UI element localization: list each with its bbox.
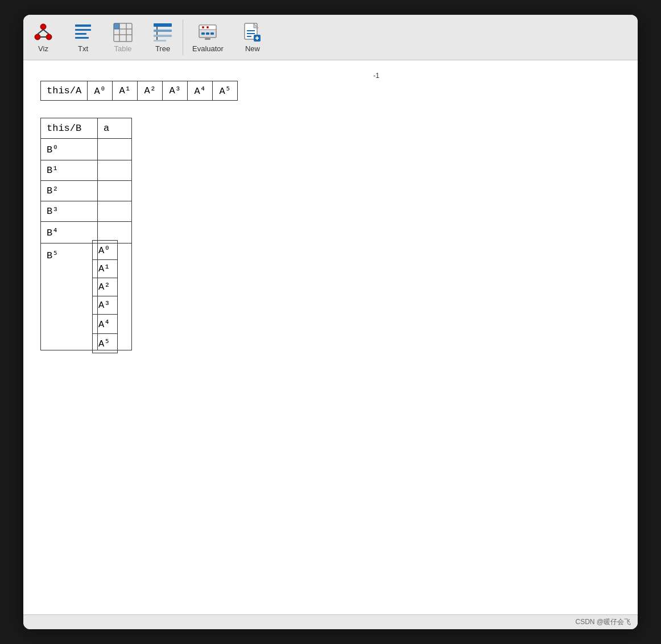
table-b-cell-b0-val: [98, 139, 132, 160]
svg-rect-7: [75, 29, 91, 31]
evaluator-button[interactable]: Evaluator: [183, 15, 233, 60]
svg-point-26: [206, 26, 209, 28]
table-b-header-1: a: [98, 118, 132, 139]
txt-icon: [72, 22, 94, 43]
svg-rect-29: [210, 32, 214, 35]
table-a-cell-4: A⁴: [188, 81, 213, 101]
table-a-cell-5: A⁵: [213, 81, 238, 101]
svg-rect-8: [75, 33, 86, 35]
svg-point-0: [40, 24, 46, 30]
table-b-cell-b5-nested: A⁰ A¹ A² A³ A⁴: [98, 243, 132, 350]
table-b-cell-b1-val: [98, 160, 132, 181]
svg-point-2: [46, 34, 52, 40]
table-b-container: this/B a B⁰ B¹ B²: [40, 118, 621, 350]
new-label: New: [245, 44, 260, 53]
txt-button[interactable]: Txt: [63, 15, 103, 60]
nested-row-a4: A⁴: [93, 315, 118, 334]
nested-row-a3: A³: [93, 296, 118, 315]
table-b-header: this/B a: [41, 118, 132, 139]
nested-row-a1: A¹: [93, 260, 118, 278]
viz-icon: [32, 22, 54, 43]
svg-rect-28: [206, 32, 209, 35]
table-a: this/A A⁰ A¹ A² A³ A⁴ A⁵: [40, 81, 238, 101]
nested-table-a: A⁰ A¹ A² A³ A⁴: [92, 240, 118, 353]
table-b-cell-b2: B²: [41, 181, 98, 201]
svg-rect-19: [154, 40, 166, 42]
svg-rect-18: [154, 35, 172, 37]
table-a-cell-2: A²: [138, 81, 163, 101]
table-b-row-b0: B⁰: [41, 139, 132, 160]
viz-button[interactable]: Viz: [23, 15, 63, 60]
svg-point-25: [202, 26, 204, 28]
table-a-cell-1: A¹: [113, 81, 138, 101]
table-b-cell-b4: B⁴: [41, 222, 98, 243]
new-icon: [242, 22, 263, 43]
table-b-row-b1: B¹: [41, 160, 132, 181]
tree-label: Tree: [155, 44, 170, 53]
nested-row-a0: A⁰: [93, 241, 118, 260]
nested-row-a2: A²: [93, 278, 118, 296]
tree-button[interactable]: Tree: [143, 15, 183, 60]
table-b-header-0: this/B: [41, 118, 98, 139]
nested-cell-a2: A²: [93, 278, 118, 296]
svg-rect-6: [75, 24, 91, 27]
table-a-cell-0: A⁰: [88, 81, 113, 101]
table-b-row-b5: B⁵ A⁰ A¹ A²: [41, 243, 132, 350]
nested-row-a5: A⁵: [93, 334, 118, 353]
evaluator-label: Evaluator: [192, 44, 224, 53]
app-window: Viz Txt: [23, 15, 638, 629]
superscript-label: -1: [40, 72, 382, 80]
table-b-cell-b1: B¹: [41, 160, 98, 181]
superscript-text: -1: [373, 72, 379, 80]
table-b-row-b2: B²: [41, 181, 132, 201]
nested-cell-a0: A⁰: [93, 241, 118, 260]
svg-rect-15: [114, 23, 119, 29]
nested-cell-a4: A⁴: [93, 315, 118, 334]
table-b-cell-b2-val: [98, 181, 132, 201]
toolbar-group-left: Viz Txt: [23, 15, 183, 60]
svg-line-3: [38, 30, 43, 34]
nested-cell-a1: A¹: [93, 260, 118, 278]
table-b-cell-b0: B⁰: [41, 139, 98, 160]
table-b-cell-b3-val: [98, 201, 132, 222]
nested-cell-a5: A⁵: [93, 334, 118, 353]
table-a-cell-3: A³: [163, 81, 188, 101]
table-b-cell-b3: B³: [41, 201, 98, 222]
table-b-row-b3: B³: [41, 201, 132, 222]
svg-rect-16: [154, 23, 172, 27]
toolbar: Viz Txt: [23, 15, 638, 60]
table-b: this/B a B⁰ B¹ B²: [40, 118, 132, 350]
toolbar-group-right: Evaluator New: [183, 15, 272, 60]
svg-rect-9: [75, 37, 89, 39]
svg-rect-30: [205, 38, 210, 40]
table-label: Table: [114, 44, 131, 53]
svg-line-4: [43, 30, 49, 34]
table-a-cell-header: this/A: [41, 81, 88, 101]
nested-cell-a3: A³: [93, 296, 118, 315]
table-b-cell-b5: B⁵: [41, 243, 98, 350]
svg-rect-27: [201, 32, 205, 35]
table-button[interactable]: Table: [103, 15, 143, 60]
table-a-row: this/A A⁰ A¹ A² A³ A⁴ A⁵: [41, 81, 238, 101]
viz-label: Viz: [38, 44, 48, 53]
svg-point-1: [35, 34, 40, 40]
footer-bar: CSDN @暖仔会飞: [23, 614, 638, 629]
svg-rect-17: [154, 30, 172, 32]
new-button[interactable]: New: [233, 15, 272, 60]
table-b-row-b4: B⁴: [41, 222, 132, 243]
tree-icon: [152, 22, 173, 43]
txt-label: Txt: [78, 44, 88, 53]
footer-text: CSDN @暖仔会飞: [575, 618, 631, 626]
evaluator-icon: [197, 22, 218, 43]
content-area: -1 this/A A⁰ A¹ A² A³ A⁴ A⁵ this/B: [23, 60, 638, 614]
table-a-container: -1 this/A A⁰ A¹ A² A³ A⁴ A⁵: [40, 72, 621, 101]
table-icon: [112, 22, 134, 43]
